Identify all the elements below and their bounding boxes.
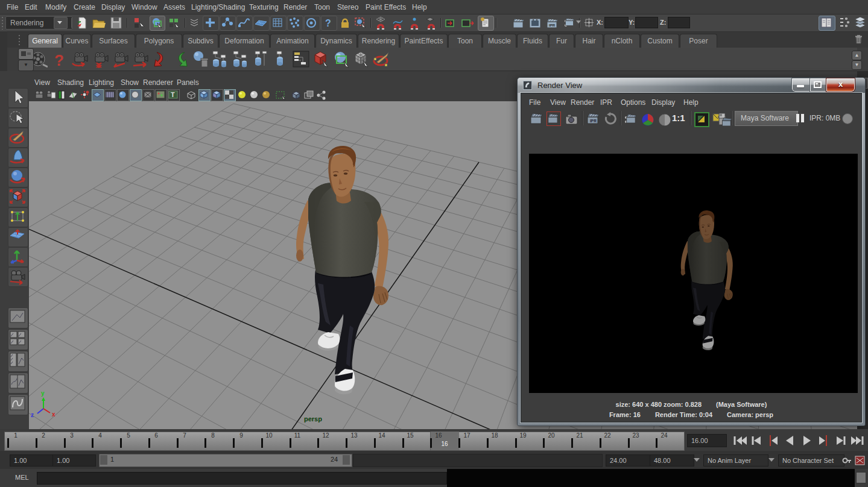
- svg-text:?: ?: [54, 51, 64, 68]
- svg-text:T: T: [171, 91, 175, 98]
- svg-text:x: x: [52, 411, 55, 418]
- svg-text:IPR: IPR: [549, 24, 556, 27]
- svg-text:IPR: IPR: [590, 119, 597, 123]
- svg-text:persp: persp: [304, 415, 322, 423]
- svg-text:?: ?: [325, 18, 331, 28]
- svg-text:y: y: [41, 390, 45, 397]
- svg-text:z: z: [31, 412, 34, 418]
